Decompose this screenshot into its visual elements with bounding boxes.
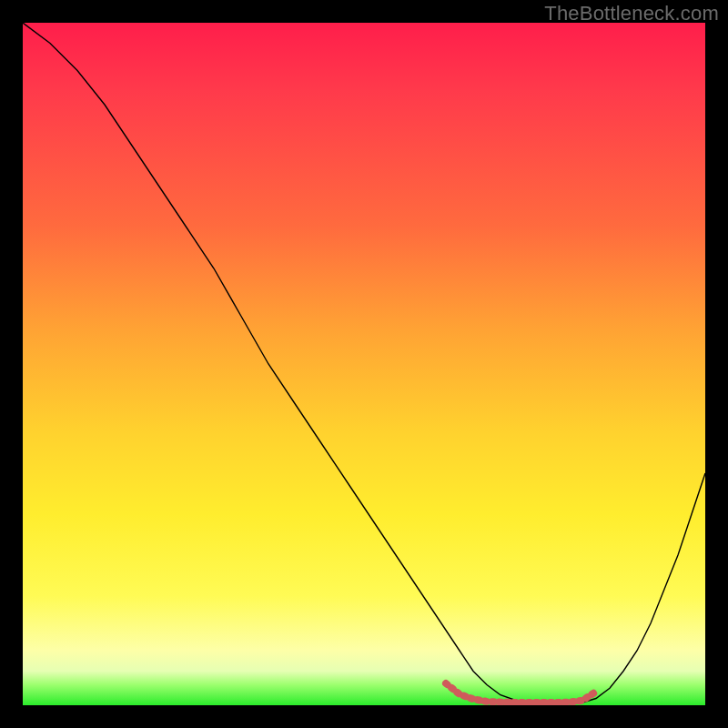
optimal-range-marker (446, 683, 596, 703)
curve-svg (23, 23, 705, 705)
gradient-plot-area (23, 23, 705, 705)
bottleneck-curve (23, 23, 705, 703)
chart-stage: TheBottleneck.com (0, 0, 728, 728)
